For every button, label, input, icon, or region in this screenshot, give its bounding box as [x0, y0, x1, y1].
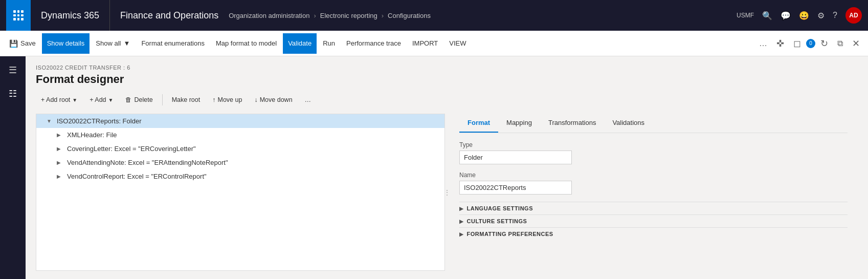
performance-trace-button[interactable]: Performance trace — [341, 33, 406, 54]
tab-validations[interactable]: Validations — [604, 114, 653, 133]
page-title: Format designer — [36, 73, 858, 86]
tree-expand-icon[interactable]: ▶ — [57, 160, 65, 165]
smiley-icon[interactable]: 😀 — [799, 11, 809, 20]
language-expand-icon: ▶ — [459, 206, 464, 211]
tree-expand-icon[interactable]: ▶ — [57, 146, 65, 152]
show-all-chevron: ▼ — [124, 39, 130, 47]
page-subtitle: ISO20022 CREDIT TRANSFER : 6 — [36, 65, 858, 71]
search-icon[interactable]: 🔍 — [762, 11, 772, 20]
map-format-button[interactable]: Map format to model — [211, 33, 282, 54]
tree-expand-icon[interactable]: ▶ — [57, 174, 65, 179]
usmf-label: USMF — [737, 12, 754, 19]
formatting-preferences-section[interactable]: ▶ FORMATTING PREFERENCES — [459, 227, 848, 240]
crosshair-icon[interactable]: ✜ — [772, 38, 788, 49]
formatting-preferences-label: FORMATTING PREFERENCES — [467, 231, 553, 237]
tree-expand-icon[interactable]: ▶ — [57, 132, 65, 138]
breadcrumb-org[interactable]: Organization administration — [229, 12, 309, 19]
save-icon: 💾 — [9, 39, 18, 48]
right-tabs: Format Mapping Transformations Validatio… — [459, 114, 848, 133]
tree-panel: ▼ ISO20022CTReports: Folder ▶ XMLHeader:… — [36, 114, 445, 271]
show-all-button[interactable]: Show all ▼ — [91, 33, 135, 54]
hamburger-icon[interactable]: ☰ — [5, 60, 21, 80]
culture-settings-label: CULTURE SETTINGS — [467, 218, 527, 224]
format-toolbar: + Add root ▼ + Add ▼ 🗑 Delete Make root … — [36, 92, 858, 108]
fmt-separator-1 — [162, 94, 163, 105]
right-panel: Format Mapping Transformations Validatio… — [449, 114, 858, 271]
make-root-button[interactable]: Make root — [167, 92, 206, 108]
add-label: + Add — [90, 96, 106, 103]
help-icon[interactable]: ? — [833, 11, 837, 20]
save-button[interactable]: 💾 Save — [4, 33, 41, 54]
breadcrumb-config[interactable]: Configurations — [388, 12, 431, 19]
close-icon[interactable]: ✕ — [848, 38, 864, 49]
tree-item-label: ISO20022CTReports: Folder — [57, 117, 141, 125]
filter-icon[interactable]: ☷ — [5, 84, 21, 103]
main-layout: ☰ ☷ ISO20022 CREDIT TRANSFER : 6 Format … — [0, 56, 868, 279]
view-button[interactable]: VIEW — [444, 33, 471, 54]
add-chevron: ▼ — [108, 97, 114, 103]
validate-button[interactable]: Validate — [283, 33, 317, 54]
tree-item-label: CoveringLetter: Excel = "ERCoveringLette… — [67, 145, 196, 153]
app-label: Finance and Operations — [110, 10, 229, 21]
up-arrow-icon: ↑ — [212, 96, 215, 103]
formatting-expand-icon: ▶ — [459, 231, 464, 237]
tree-item-label: XMLHeader: File — [67, 131, 117, 139]
tree-item[interactable]: ▼ ISO20022CTReports: Folder — [36, 114, 444, 128]
run-button[interactable]: Run — [318, 33, 340, 54]
show-details-button[interactable]: Show details — [42, 33, 90, 54]
move-up-label: Move up — [217, 96, 242, 103]
user-avatar[interactable]: AD — [845, 7, 862, 24]
waffle-menu[interactable] — [6, 0, 31, 31]
drag-handle[interactable]: ⋮ — [445, 114, 449, 271]
make-root-label: Make root — [172, 96, 201, 103]
add-root-label: + Add root — [41, 96, 70, 103]
move-up-button[interactable]: ↑ Move up — [207, 92, 247, 108]
popout-icon[interactable]: ⧉ — [833, 39, 847, 48]
delete-label: Delete — [134, 96, 152, 103]
add-root-button[interactable]: + Add root ▼ — [36, 92, 82, 108]
add-root-chevron: ▼ — [72, 97, 77, 103]
delete-icon: 🗑 — [125, 96, 132, 103]
tree-item[interactable]: ▶ VendAttendingNote: Excel = "ERAttendin… — [36, 156, 444, 169]
main-toolbar: 💾 Save Show details Show all ▼ Format en… — [0, 31, 868, 56]
refresh-icon[interactable]: ↻ — [816, 38, 832, 49]
breadcrumb-er[interactable]: Electronic reporting — [320, 12, 377, 19]
split-layout: ▼ ISO20022CTReports: Folder ▶ XMLHeader:… — [36, 114, 858, 271]
office-icon[interactable]: ◻ — [789, 38, 805, 49]
import-button[interactable]: IMPORT — [407, 33, 443, 54]
tree-item[interactable]: ▶ VendControlReport: Excel = "ERControlR… — [36, 169, 444, 183]
culture-expand-icon: ▶ — [459, 219, 464, 224]
down-arrow-icon: ↓ — [254, 96, 257, 103]
name-input[interactable] — [459, 181, 572, 195]
more-options[interactable]: … — [755, 39, 771, 48]
tree-item-label: VendControlReport: Excel = "ERControlRep… — [67, 173, 207, 180]
tab-mapping[interactable]: Mapping — [498, 114, 540, 133]
language-settings-label: LANGUAGE SETTINGS — [467, 205, 533, 211]
tab-format[interactable]: Format — [459, 114, 498, 133]
format-enumerations-button[interactable]: Format enumerations — [136, 33, 210, 54]
settings-icon[interactable]: ⚙ — [817, 11, 825, 20]
tab-transformations[interactable]: Transformations — [540, 114, 604, 133]
culture-settings-section[interactable]: ▶ CULTURE SETTINGS — [459, 214, 848, 227]
breadcrumb: Organization administration › Electronic… — [229, 12, 737, 19]
notification-badge[interactable]: 0 — [806, 39, 815, 48]
tree-item[interactable]: ▶ XMLHeader: File — [36, 128, 444, 142]
add-button[interactable]: + Add ▼ — [84, 92, 118, 108]
move-down-button[interactable]: ↓ Move down — [249, 92, 297, 108]
fmt-more-button[interactable]: … — [300, 92, 317, 108]
type-input[interactable] — [459, 151, 572, 164]
tree-item[interactable]: ▶ CoveringLetter: Excel = "ERCoveringLet… — [36, 142, 444, 156]
chat-icon[interactable]: 💬 — [781, 11, 791, 20]
main-content: ISO20022 CREDIT TRANSFER : 6 Format desi… — [26, 56, 868, 279]
language-settings-section[interactable]: ▶ LANGUAGE SETTINGS — [459, 202, 848, 214]
move-down-label: Move down — [260, 96, 293, 103]
waffle-icon — [13, 10, 24, 20]
name-label: Name — [459, 171, 848, 179]
topbar-actions: USMF 🔍 💬 😀 ⚙ ? AD — [737, 7, 862, 24]
tree-item-label: VendAttendingNote: Excel = "ERAttendingN… — [67, 159, 228, 166]
brand-label: Dynamics 365 — [31, 0, 110, 31]
type-label: Type — [459, 141, 848, 148]
delete-button[interactable]: 🗑 Delete — [120, 92, 158, 108]
left-sidebar: ☰ ☷ — [0, 56, 26, 279]
tree-collapse-icon[interactable]: ▼ — [47, 118, 55, 124]
